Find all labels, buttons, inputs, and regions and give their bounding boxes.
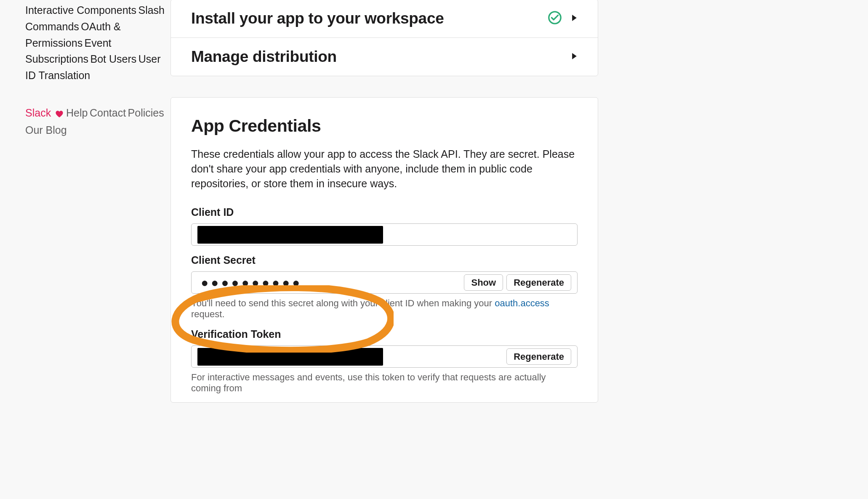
chevron-right-icon xyxy=(571,15,578,23)
client-secret-hint-prefix: You'll need to send this secret along wi… xyxy=(191,298,495,308)
client-secret-hint: You'll need to send this secret along wi… xyxy=(191,298,578,320)
regenerate-secret-button[interactable]: Regenerate xyxy=(506,274,571,291)
distribution-title: Manage distribution xyxy=(191,48,337,66)
chevron-right-icon xyxy=(571,53,578,61)
client-secret-label: Client Secret xyxy=(191,254,578,266)
credentials-card: App Credentials These credentials allow … xyxy=(170,97,598,403)
install-section[interactable]: Install your app to your workspace xyxy=(171,0,598,37)
credentials-description: These credentials allow your app to acce… xyxy=(191,147,578,191)
verification-token-field: Verification Token Regenerate For intera… xyxy=(191,328,578,394)
show-button[interactable]: Show xyxy=(464,274,503,291)
check-circle-icon xyxy=(548,11,562,27)
sidebar-item-bot-users[interactable]: Bot Users xyxy=(91,51,137,66)
heart-icon xyxy=(56,106,63,122)
client-id-input[interactable] xyxy=(191,223,578,246)
verification-token-input[interactable]: Regenerate xyxy=(191,345,578,368)
client-secret-masked: ●●●●●●●●●● xyxy=(197,276,461,290)
main-content: Install your app to your workspace Manag… xyxy=(170,0,868,424)
distribution-section[interactable]: Manage distribution xyxy=(171,37,598,76)
sidebar: Interactive Components Slash Commands OA… xyxy=(0,0,170,424)
verification-token-hint: For interactive messages and events, use… xyxy=(191,372,578,394)
setup-card: Install your app to your workspace Manag… xyxy=(170,0,598,76)
verification-token-label: Verification Token xyxy=(191,328,578,340)
verification-token-redacted xyxy=(197,348,383,366)
sidebar-link-policies[interactable]: Policies xyxy=(128,105,164,120)
slack-link-label: Slack xyxy=(25,107,51,119)
client-secret-hint-suffix: request. xyxy=(191,309,225,319)
sidebar-item-interactive-components[interactable]: Interactive Components xyxy=(25,3,136,18)
sidebar-nav-group: Interactive Components Slash Commands OA… xyxy=(25,2,170,84)
credentials-title: App Credentials xyxy=(191,116,578,136)
client-secret-field: Client Secret ●●●●●●●●●● Show Regenerate… xyxy=(191,254,578,320)
install-title: Install your app to your workspace xyxy=(191,10,444,27)
regenerate-token-button[interactable]: Regenerate xyxy=(506,348,571,365)
client-id-field: Client ID xyxy=(191,206,578,246)
client-id-redacted xyxy=(197,226,383,244)
oauth-access-link[interactable]: oauth.access xyxy=(495,298,549,308)
client-secret-input[interactable]: ●●●●●●●●●● Show Regenerate xyxy=(191,271,578,294)
sidebar-link-blog[interactable]: Our Blog xyxy=(25,122,67,138)
sidebar-footer-group: Slack Help Contact Policies Our Blog xyxy=(25,105,170,138)
client-id-label: Client ID xyxy=(191,206,578,218)
sidebar-link-contact[interactable]: Contact xyxy=(90,105,126,120)
sidebar-link-help[interactable]: Help xyxy=(66,105,88,120)
sidebar-link-slack[interactable]: Slack xyxy=(25,105,66,120)
